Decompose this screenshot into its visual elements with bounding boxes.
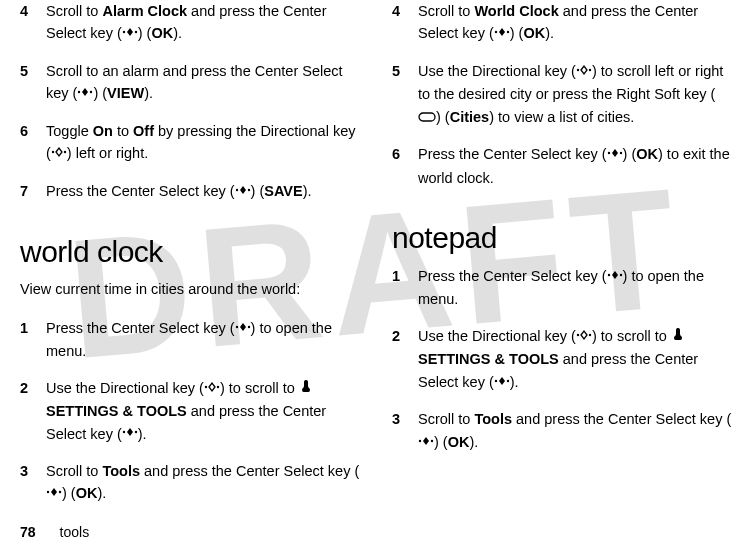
center-select-icon: [122, 22, 138, 44]
svg-point-30: [431, 439, 433, 441]
center-select-icon: [494, 371, 510, 393]
step-number: 3: [20, 460, 32, 506]
svg-point-26: [589, 334, 591, 336]
step-text: Use the Directional key () to scroll to …: [418, 325, 732, 394]
bold-text: Cities: [450, 109, 490, 125]
step-item: 4 Scroll to World Clock and press the Ce…: [392, 0, 732, 46]
text: ) (: [510, 25, 524, 41]
svg-point-22: [619, 152, 621, 154]
text: Press the Center Select key (: [46, 183, 235, 199]
step-text: Press the Center Select key () (OK) to e…: [418, 143, 732, 189]
svg-point-1: [135, 31, 137, 33]
svg-point-19: [589, 69, 591, 71]
text: ).: [173, 25, 182, 41]
svg-point-16: [495, 31, 497, 33]
right-column: 4 Scroll to World Clock and press the Ce…: [392, 0, 732, 546]
text: Scroll to: [46, 463, 102, 479]
text: ) to view a list of cities.: [489, 109, 634, 125]
text: Toggle: [46, 123, 93, 139]
text: Use the Directional key (: [46, 380, 204, 396]
step-item: 5 Scroll to an alarm and press the Cente…: [20, 60, 360, 106]
svg-point-28: [507, 380, 509, 382]
svg-point-29: [419, 439, 421, 441]
text: ).: [545, 25, 554, 41]
text: ).: [97, 485, 106, 501]
text: ).: [510, 374, 519, 390]
settings-icon: [671, 325, 685, 347]
bold-text: OK: [523, 25, 545, 41]
settings-icon: [299, 377, 313, 399]
bold-text: On: [93, 123, 113, 139]
text: and press the Center Select key (: [512, 411, 731, 427]
svg-point-27: [495, 380, 497, 382]
bold-text: OK: [448, 434, 470, 450]
text: Press the Center Select key (: [418, 268, 607, 284]
bold-text: Off: [133, 123, 154, 139]
center-select-icon: [235, 317, 251, 339]
step-item: 3 Scroll to Tools and press the Center S…: [392, 408, 732, 454]
text: ) (: [62, 485, 76, 501]
bold-text: Tools: [474, 411, 512, 427]
step-number: 7: [20, 180, 32, 203]
svg-rect-20: [419, 113, 435, 121]
svg-point-6: [235, 188, 237, 190]
step-item: 3 Scroll to Tools and press the Center S…: [20, 460, 360, 506]
section-heading-world-clock: world clock: [20, 235, 360, 269]
center-select-icon: [494, 22, 510, 44]
text: ) left or right.: [67, 145, 148, 161]
text: ).: [144, 85, 153, 101]
directional-icon: [204, 377, 220, 399]
text: ) (: [436, 109, 450, 125]
svg-point-23: [607, 274, 609, 276]
section-heading-notepad: notepad: [392, 221, 732, 255]
center-select-icon: [235, 180, 251, 202]
step-number: 4: [392, 0, 404, 46]
text: Use the Directional key (: [418, 63, 576, 79]
bold-text: World Clock: [474, 3, 558, 19]
step-number: 5: [392, 60, 404, 129]
center-select-icon: [46, 482, 62, 504]
svg-point-24: [619, 274, 621, 276]
text: ).: [303, 183, 312, 199]
step-text: Press the Center Select key () to open t…: [46, 317, 360, 363]
step-number: 3: [392, 408, 404, 454]
svg-point-4: [52, 151, 54, 153]
step-item: 7 Press the Center Select key () (SAVE).: [20, 180, 360, 203]
center-select-icon: [607, 265, 623, 287]
step-text: Scroll to an alarm and press the Center …: [46, 60, 360, 106]
bold-text: VIEW: [107, 85, 144, 101]
step-number: 4: [20, 0, 32, 46]
svg-point-10: [205, 385, 207, 387]
text: Scroll to: [46, 3, 102, 19]
step-item: 2 Use the Directional key () to scroll t…: [392, 325, 732, 394]
bold-text: SETTINGS & TOOLS: [418, 351, 559, 367]
step-item: 1 Press the Center Select key () to open…: [392, 265, 732, 311]
step-number: 5: [20, 60, 32, 106]
step-text: Use the Directional key () to scroll lef…: [418, 60, 732, 129]
svg-point-12: [123, 431, 125, 433]
bold-text: OK: [151, 25, 173, 41]
step-item: 6 Toggle On to Off by pressing the Direc…: [20, 120, 360, 166]
step-text: Scroll to World Clock and press the Cent…: [418, 0, 732, 46]
svg-point-13: [135, 431, 137, 433]
text: Press the Center Select key (: [46, 320, 235, 336]
step-number: 6: [392, 143, 404, 189]
step-text: Scroll to Tools and press the Center Sel…: [46, 460, 360, 506]
step-text: Toggle On to Off by pressing the Directi…: [46, 120, 360, 166]
left-column: 4 Scroll to Alarm Clock and press the Ce…: [20, 0, 360, 546]
text: ) (: [434, 434, 448, 450]
svg-point-17: [507, 31, 509, 33]
svg-point-15: [59, 491, 61, 493]
step-number: 2: [392, 325, 404, 394]
center-select-icon: [122, 422, 138, 444]
text: ) (: [138, 25, 152, 41]
soft-key-icon: [418, 106, 436, 128]
step-text: Use the Directional key () to scroll to …: [46, 377, 360, 446]
directional-icon: [51, 142, 67, 164]
text: Use the Directional key (: [418, 328, 576, 344]
intro-text: View current time in cities around the w…: [20, 279, 360, 301]
step-text: Scroll to Tools and press the Center Sel…: [418, 408, 732, 454]
svg-point-0: [123, 31, 125, 33]
text: to: [113, 123, 133, 139]
svg-point-18: [577, 69, 579, 71]
